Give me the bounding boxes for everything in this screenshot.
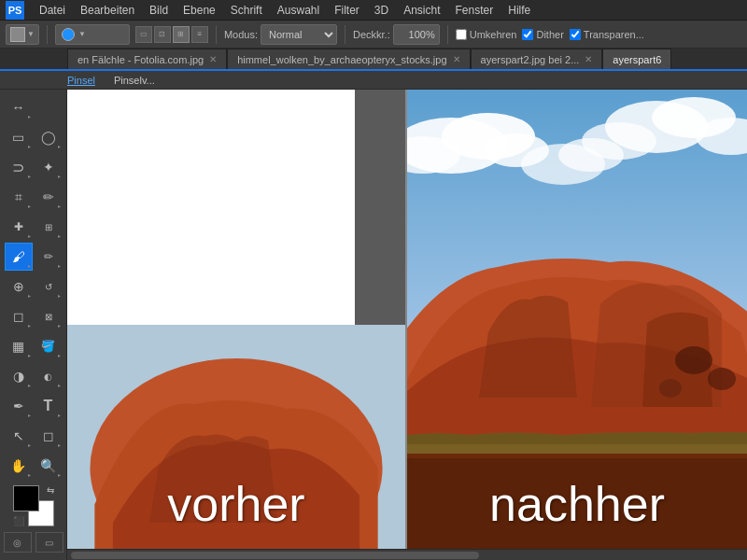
screen-mode-icon[interactable]: ▭ [35, 532, 63, 553]
tool-crop[interactable]: ⌗ ▸ [5, 183, 33, 211]
clone-corner: ▸ [28, 292, 31, 299]
tool-row-5: ✚ ▸ ⊞ ▸ [5, 213, 63, 241]
tool-lasso[interactable]: ⊃ ▸ [5, 153, 33, 181]
menu-filter[interactable]: Filter [329, 2, 365, 19]
sidebar-icon-row-1: ◎ ▭ [4, 532, 63, 553]
path-select-icon: ↖ [13, 428, 24, 443]
tab-2[interactable]: ayerspart2.jpg bei 2... ✕ [471, 49, 603, 69]
tool-magic-wand[interactable]: ✦ ▸ [35, 153, 63, 181]
tool-clone[interactable]: ⊕ ▸ [5, 273, 33, 301]
tool-marquee-rect[interactable]: ▭ ▸ [5, 123, 33, 151]
tool-history-brush[interactable]: ↺ ▸ [35, 273, 63, 301]
tool-eraser[interactable]: ◻ ▸ [5, 302, 33, 330]
reset-colors-icon[interactable]: ⬛ [13, 516, 24, 526]
panel-right-inner: nachher [407, 90, 747, 560]
eyedropper-corner: ▸ [58, 203, 61, 209]
menu-schrift[interactable]: Schrift [225, 2, 268, 19]
checkbox-transparent[interactable] [570, 29, 581, 40]
opacity-label: Deckkr.: [353, 29, 390, 40]
hand-corner: ▸ [28, 471, 31, 478]
menu-3d[interactable]: 3D [369, 2, 394, 19]
svg-point-21 [659, 379, 682, 398]
tool-move[interactable]: ↔ ▸ [5, 93, 33, 121]
tool-preset-arrow: ▼ [27, 30, 35, 38]
color-swatches: ⇆ ⬛ [13, 485, 54, 526]
tool-row-2: ▭ ▸ ◯ ▸ [5, 123, 63, 151]
tool-zoom[interactable]: 🔍 ▸ [35, 452, 63, 480]
menu-bearbeiten[interactable]: Bearbeiten [75, 2, 140, 19]
tool-paint-bucket[interactable]: 🪣 ▸ [35, 332, 63, 360]
tool-dodge[interactable]: ◑ ▸ [5, 362, 33, 390]
panel-right: nachher [407, 90, 747, 560]
brush-icon: 🖌 [12, 249, 25, 264]
options-bar: ▼ ▼ ▭ ⊡ ⊞ ≡ Modus: Normal Auflösen Abdun… [0, 21, 747, 49]
svg-point-19 [675, 346, 712, 374]
tool-pencil[interactable]: ✏ ▸ [35, 243, 63, 271]
tool-shape[interactable]: ◻ ▸ [35, 422, 63, 450]
menu-bild[interactable]: Bild [144, 2, 174, 19]
checkbox-dither-label: Dither [536, 29, 563, 40]
brush-selector[interactable]: ▼ [55, 24, 130, 45]
fg-color-swatch[interactable] [13, 485, 39, 511]
pinselv-item[interactable]: Pinselv... [114, 75, 155, 86]
brush-mode-overlay[interactable]: ≡ [191, 26, 208, 43]
tab-1[interactable]: himmel_wolken_by_archaeopteryx_stocks.jp… [227, 49, 470, 69]
menu-datei[interactable]: Datei [34, 2, 71, 19]
tool-type[interactable]: T ▸ [35, 392, 63, 420]
tool-preset-picker[interactable]: ▼ [6, 24, 39, 45]
lasso-corner: ▸ [28, 173, 31, 179]
menu-hilfe[interactable]: Hilfe [502, 2, 536, 19]
tab-1-close[interactable]: ✕ [453, 54, 460, 64]
tool-row-4: ⌗ ▸ ✏ ▸ [5, 183, 63, 211]
brush-dropdown-arrow: ▼ [78, 30, 86, 38]
tool-row-10: ◑ ▸ ◐ ▸ [5, 362, 63, 390]
app-logo: PS [6, 1, 24, 20]
marquee-rect-corner: ▸ [28, 143, 31, 149]
zoom-icon: 🔍 [40, 458, 56, 473]
tab-0[interactable]: en Fälchle - Fotolia.com.jpg ✕ [67, 49, 227, 69]
brush-mode-multiply[interactable]: ⊡ [154, 26, 171, 43]
tool-brush[interactable]: 🖌 ▸ [5, 243, 33, 271]
tool-row-9: ▦ ▸ 🪣 ▸ [5, 332, 63, 360]
mode-select[interactable]: Normal Auflösen Abdunkeln [261, 24, 337, 45]
tab-2-close[interactable]: ✕ [585, 54, 592, 64]
separator-3 [345, 25, 345, 44]
brush-mode-normal[interactable]: ▭ [135, 26, 152, 43]
tool-pen[interactable]: ✒ ▸ [5, 392, 33, 420]
pen-corner: ▸ [28, 412, 31, 418]
quick-mask-icon[interactable]: ◎ [4, 532, 32, 553]
tool-row-3: ⊃ ▸ ✦ ▸ [5, 153, 63, 181]
tool-bg-eraser[interactable]: ⊠ ▸ [35, 302, 63, 330]
menu-ebene[interactable]: Ebene [177, 2, 221, 19]
menu-ansicht[interactable]: Ansicht [398, 2, 445, 19]
tool-gradient[interactable]: ▦ ▸ [5, 332, 33, 360]
tool-marquee-ellipse[interactable]: ◯ ▸ [35, 123, 63, 151]
lasso-icon: ⊃ [12, 159, 24, 176]
tool-row-8: ◻ ▸ ⊠ ▸ [5, 302, 63, 330]
tool-healing[interactable]: ✚ ▸ [5, 213, 33, 241]
magic-wand-corner: ▸ [58, 173, 61, 179]
opacity-input[interactable] [393, 24, 440, 45]
menu-auswahl[interactable]: Auswahl [272, 2, 325, 19]
tool-path-select[interactable]: ↖ ▸ [5, 422, 33, 450]
swap-colors-icon[interactable]: ⇆ [47, 485, 54, 496]
checkbox-umkehren[interactable] [456, 29, 467, 40]
tab-0-close[interactable]: ✕ [209, 54, 217, 64]
hand-icon: ✋ [10, 458, 26, 473]
paint-bucket-corner: ▸ [58, 352, 61, 358]
tool-patch[interactable]: ⊞ ▸ [35, 213, 63, 241]
menu-fenster[interactable]: Fenster [450, 2, 500, 19]
scrollbar-thumb[interactable] [71, 552, 479, 559]
brush-mode-screen[interactable]: ⊞ [173, 26, 190, 43]
tool-burn[interactable]: ◐ ▸ [35, 362, 63, 390]
checkbox-dither[interactable] [522, 29, 533, 40]
tool-hand[interactable]: ✋ ▸ [5, 452, 33, 480]
opacity-group: Deckkr.: [353, 24, 440, 45]
pinsel-item[interactable]: Pinsel [67, 75, 95, 86]
move-icon: ↔ [12, 100, 25, 115]
tab-3-label: ayerspart6 [613, 54, 661, 65]
tab-3[interactable]: ayerspart6 [602, 49, 671, 69]
tool-eyedropper[interactable]: ✏ ▸ [35, 183, 63, 211]
horizontal-scrollbar[interactable] [67, 549, 747, 560]
mode-group: Modus: Normal Auflösen Abdunkeln [224, 24, 337, 45]
